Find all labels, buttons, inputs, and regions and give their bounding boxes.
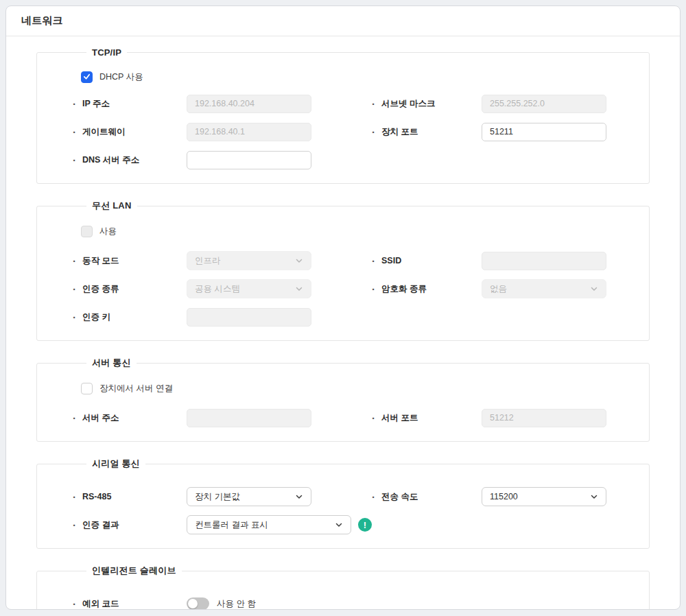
wireless-row-1: 동작 모드 인프라 SSID [73,251,631,270]
field-server-address: 서버 주소 [73,409,372,427]
serial-row-1: RS-485 장치 기본값 전송 속도 115200 [73,487,631,506]
server-port-label: 서버 포트 [372,412,482,424]
ssid-label: SSID [372,255,482,267]
exception-code-toggle[interactable] [187,597,209,610]
subnet-mask-input [482,95,606,113]
device-port-label: 장치 포트 [372,126,482,138]
network-settings-card: 네트워크 TCP/IP DHCP 사용 IP 주소 서브넷 마스크 [5,5,681,610]
check-icon [83,71,91,83]
ip-address-input [187,95,311,113]
rs485-select[interactable]: 장치 기본값 [187,487,311,506]
baud-rate-value: 115200 [490,492,518,501]
chevron-down-icon [590,493,598,501]
wireless-row-3: 인증 키 [73,307,631,327]
dhcp-checkbox[interactable] [81,71,93,83]
dhcp-row: DHCP 사용 [81,69,631,85]
dhcp-checkbox-label: DHCP 사용 [99,71,143,83]
operation-mode-value: 인프라 [195,255,221,267]
exception-code-state: 사용 안 함 [217,598,256,610]
ip-address-label: IP 주소 [73,98,187,110]
operation-mode-label: 동작 모드 [73,255,187,267]
wireless-use-checkbox [81,226,93,237]
page-title: 네트워크 [21,14,63,27]
field-auth-result: 인증 결과 컨트롤러 결과 표시 ! [73,515,372,534]
server-row-1: 서버 주소 서버 포트 [73,408,631,427]
baud-rate-label: 전송 속도 [372,491,482,503]
section-wireless-lan: 무선 LAN 사용 동작 모드 인프라 SSID [36,200,650,341]
field-server-port: 서버 포트 [372,409,631,427]
field-auth-type: 인증 종류 공용 시스템 [73,279,372,298]
encryption-type-select: 없음 [482,279,606,298]
server-connect-checkbox[interactable] [81,383,93,394]
wireless-use-row: 사용 [81,223,631,239]
field-gateway: 게이트웨이 [73,123,372,141]
section-tcpip-title: TCP/IP [86,47,127,58]
auth-type-select: 공용 시스템 [187,279,311,298]
field-subnet-mask: 서브넷 마스크 [372,95,631,113]
chevron-down-icon [590,285,598,293]
info-exclamation-icon: ! [358,518,372,532]
encryption-type-label: 암호화 종류 [372,283,482,295]
wireless-use-label: 사용 [99,226,117,237]
field-rs485: RS-485 장치 기본값 [73,487,372,506]
serial-row-2: 인증 결과 컨트롤러 결과 표시 ! [73,515,631,534]
chevron-down-icon [295,257,303,265]
dns-address-label: DNS 서버 주소 [73,154,187,166]
baud-rate-select[interactable]: 115200 [482,487,606,506]
auth-key-label: 인증 키 [73,311,187,323]
field-ip-address: IP 주소 [73,95,372,113]
auth-type-label: 인증 종류 [73,283,187,295]
server-address-label: 서버 주소 [73,412,187,424]
operation-mode-select: 인프라 [187,251,311,270]
auth-result-label: 인증 결과 [73,519,187,531]
section-intelligent-slave-title: 인텔리전트 슬레이브 [86,565,182,577]
auth-key-input [187,308,311,327]
section-server-comm-title: 서버 통신 [86,357,137,369]
chevron-down-icon [295,493,303,501]
field-ssid: SSID [372,252,631,270]
field-operation-mode: 동작 모드 인프라 [73,251,372,270]
card-body: TCP/IP DHCP 사용 IP 주소 서브넷 마스크 게이 [6,36,680,610]
section-server-comm: 서버 통신 장치에서 서버 연결 서버 주소 서버 포트 [36,357,650,442]
toggle-knob [188,599,198,608]
subnet-mask-label: 서브넷 마스크 [372,98,482,110]
rs485-label: RS-485 [73,491,187,503]
tcpip-row-2: 게이트웨이 장치 포트 [73,122,631,141]
section-serial-comm: 시리얼 통신 RS-485 장치 기본값 전송 속도 115200 [36,458,650,549]
tcpip-row-1: IP 주소 서브넷 마스크 [73,94,631,113]
field-auth-key: 인증 키 [73,308,372,327]
gateway-label: 게이트웨이 [73,126,187,138]
server-address-input [187,409,311,427]
exception-code-label: 예외 코드 [73,598,187,610]
device-port-input[interactable] [482,123,606,141]
field-exception-code: 예외 코드 사용 안 함 [73,597,372,610]
section-tcpip: TCP/IP DHCP 사용 IP 주소 서브넷 마스크 게이 [36,47,650,184]
ssid-input [482,252,606,270]
auth-type-value: 공용 시스템 [195,283,240,295]
auth-result-select[interactable]: 컨트롤러 결과 표시 [187,515,351,534]
chevron-down-icon [295,285,303,293]
gateway-input [187,123,311,141]
field-dns-address: DNS 서버 주소 [73,151,372,169]
server-connect-row: 장치에서 서버 연결 [81,380,631,396]
section-serial-comm-title: 시리얼 통신 [86,458,145,470]
rs485-value: 장치 기본값 [195,491,240,503]
card-header: 네트워크 [6,6,680,36]
field-device-port: 장치 포트 [372,123,631,141]
server-port-input [482,409,606,427]
field-encryption-type: 암호화 종류 없음 [372,279,631,298]
field-baud-rate: 전송 속도 115200 [372,487,631,506]
encryption-type-value: 없음 [490,283,507,295]
wireless-row-2: 인증 종류 공용 시스템 암호화 종류 없음 [73,279,631,298]
tcpip-row-3: DNS 서버 주소 [73,150,631,169]
section-wireless-lan-title: 무선 LAN [86,200,137,212]
auth-result-value: 컨트롤러 결과 표시 [195,519,268,531]
intelligent-row-1: 예외 코드 사용 안 함 [73,594,631,610]
dns-address-input[interactable] [187,151,311,169]
server-connect-label: 장치에서 서버 연결 [99,383,173,394]
chevron-down-icon [335,521,343,529]
section-intelligent-slave: 인텔리전트 슬레이브 예외 코드 사용 안 함 출력 정보 카드 ID [36,565,650,610]
